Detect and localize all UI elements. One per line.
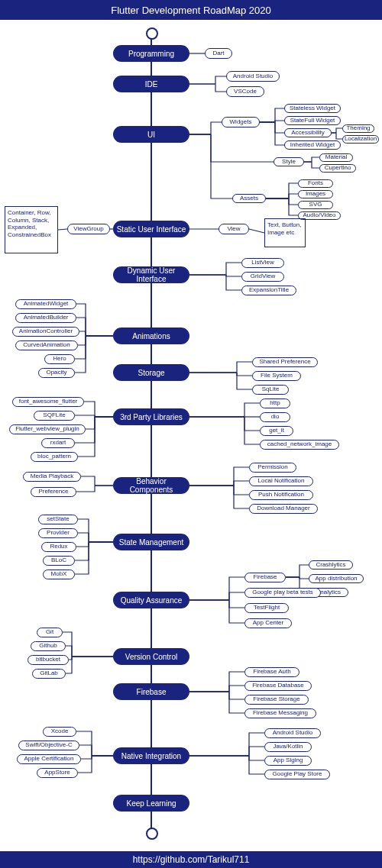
chip-bloc: BLoC — [43, 556, 75, 566]
main-qa: Quality Assurance — [113, 592, 189, 608]
main-third-party: 3rd Party Libraries — [113, 408, 189, 425]
chip-google-play-store: Google Play Store — [264, 770, 330, 779]
chip-dio: dio — [260, 412, 290, 422]
chip-rxdart: rxdart — [41, 438, 75, 448]
chip-inherited-widget: Inherited Widget — [284, 140, 341, 150]
chip-images: Images — [298, 190, 333, 198]
main-animations: Animations — [113, 328, 189, 344]
footer-link[interactable]: https://github.com/Tarikul711 — [133, 854, 250, 865]
chip-preference: Preference — [31, 487, 76, 497]
chip-mobx: MobX — [43, 570, 75, 579]
chip-opacity: Opacity — [38, 368, 75, 378]
chip-sqflite: SQFLite — [34, 411, 75, 421]
chip-vscode: VSCode — [226, 86, 264, 97]
chip-font-awesome-flutter: font_awesome_flutter — [12, 397, 84, 407]
chip-media-playback: Media Playback — [23, 472, 81, 482]
chip-swift-objective-c: Swift/Objective-C — [18, 741, 79, 750]
chip-appstore: AppStore — [37, 768, 78, 778]
chip-view: View — [219, 224, 249, 234]
main-state: State Management — [113, 534, 189, 550]
chip-file-system: File System — [252, 371, 301, 381]
chip-theming: Theming — [342, 124, 374, 133]
chip-android-studio: Android Studio — [264, 728, 321, 738]
chip-gitlab: GitLab — [32, 669, 66, 679]
note: Text, Button, Image etc — [264, 218, 306, 247]
footer-bar: https://github.com/Tarikul711 — [0, 851, 382, 868]
main-programming: Programming — [113, 45, 189, 62]
chip-curvedanimation: CurvedAnimation — [15, 340, 78, 350]
chip-shared-preference: Shared Preference — [252, 357, 318, 367]
chip-flutter-webview-plugin: Flutter_webview_plugin — [9, 424, 86, 434]
main-behavior: Behavior Components — [113, 477, 189, 494]
main-static-ui: Static User Interface — [113, 221, 189, 237]
chip-localization: Localization — [342, 135, 379, 144]
main-firebase: Firebase — [113, 683, 189, 700]
chip-firebase-messaging: Firebase Messaging — [244, 708, 316, 718]
main-ui: UI — [113, 126, 189, 143]
chip-stateless-widget: Stateless Widget — [284, 104, 341, 113]
chip-viewgroup: ViewGroup — [67, 224, 110, 234]
chip-git: Git — [37, 628, 63, 637]
chip-animatedwidget: AnimatedWidget — [15, 299, 76, 309]
chip-permission: Permission — [249, 463, 296, 473]
chip-fonts: Fonts — [298, 179, 333, 188]
chip-app-siging: App Siging — [264, 756, 312, 766]
chip-redux: Redux — [41, 542, 76, 552]
chip-crashlytics: Crashlytics — [309, 560, 353, 570]
main-dynamic-ui: Dynamic User Interface — [113, 266, 189, 283]
chip-local-notification: Local Notification — [249, 476, 313, 486]
chip-firebase-storage: Firebase Storage — [244, 695, 309, 705]
chip-provider: Provider — [38, 528, 78, 538]
chip-github: Github — [31, 641, 66, 651]
chip-download-manager: Download Manager — [249, 504, 318, 514]
chip-statefull-widget: StateFull Widget — [284, 116, 341, 125]
note: Container, Row, Column, Stack, Expanded,… — [5, 206, 58, 253]
chip-cached-network-image: cached_network_image — [260, 440, 339, 450]
chip-widgets: Widgets — [222, 117, 260, 127]
chip-svg: SVG — [298, 201, 333, 209]
main-ide: IDE — [113, 76, 189, 92]
chip-firebase-database: Firebase Database — [244, 681, 312, 691]
chip-setstate: setState — [38, 515, 78, 524]
chip-bitbucket: bitbucket — [28, 655, 69, 665]
chip-java-kotlin: Java/Kotlin — [264, 742, 312, 752]
chip-material: Material — [319, 153, 353, 162]
chip-push-notification: Push Notification — [249, 490, 313, 500]
chip-get-it: get_it — [260, 426, 293, 436]
chip-testflight: TestFlight — [244, 603, 289, 613]
chip-sqlite: SqLite — [252, 385, 289, 395]
main-keep: Keep Learning — [113, 795, 189, 812]
chip-animationcontroller: AnimationController — [12, 327, 79, 337]
roadmap-canvas: Flutter Development RoadMap 2020 Program… — [0, 0, 382, 868]
chip-hero: Hero — [44, 354, 75, 364]
chip-dart: Dart — [205, 48, 232, 59]
chip-accessibility: Accessibility — [284, 128, 332, 137]
main-native: Native Integration — [113, 747, 189, 764]
chip-app-center: App Center — [244, 618, 292, 628]
chip-android-studio: Android Studio — [226, 71, 280, 82]
chip-animatedbuilder: AnimatedBuilder — [15, 313, 76, 323]
chip-style: Style — [274, 157, 304, 166]
main-vcs: Version Control — [113, 648, 189, 665]
chip-expansiontitle: ExpansionTitle — [241, 286, 296, 295]
chip-app-distribution: App distribution — [309, 574, 364, 583]
chip-bloc-pattern: bloc_pattern — [31, 452, 78, 462]
chip-google-play-beta-tests: Google play beta tests — [244, 588, 321, 598]
chip-assets: Assets — [232, 194, 266, 203]
chip-listview: ListView — [241, 258, 284, 268]
main-storage: Storage — [113, 364, 189, 381]
chip-cupertino: Cupertino — [319, 164, 356, 173]
chip-firebase: Firebase — [244, 573, 286, 582]
chip-apple-certification: Apple Certification — [17, 754, 81, 764]
chip-gridview: GridView — [241, 272, 284, 282]
chip-xcode: Xcode — [43, 727, 76, 737]
chip-http: http — [260, 399, 290, 408]
chip-firebase-auth: Firebase Auth — [244, 667, 299, 677]
